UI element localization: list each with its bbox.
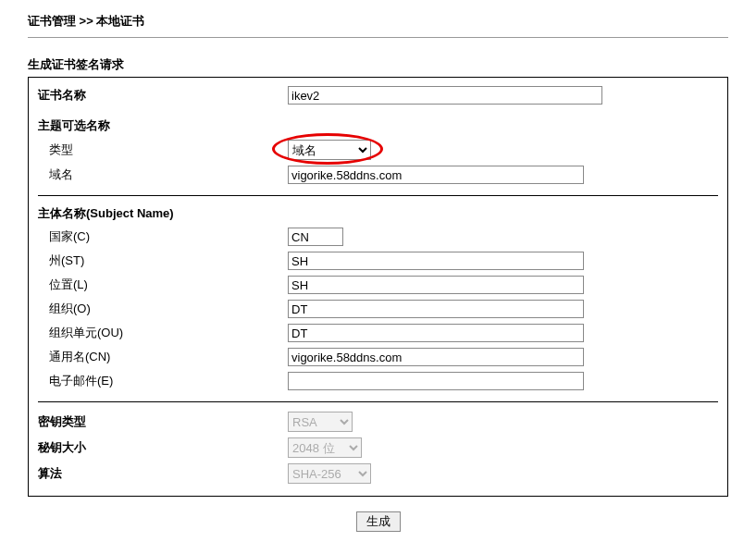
label-san-header: 主题可选名称: [36, 115, 720, 137]
label-cert-name: 证书名称: [36, 83, 286, 107]
san-type-select[interactable]: 域名: [288, 140, 371, 160]
common-name-input[interactable]: [288, 348, 584, 366]
label-key-type: 密钥类型: [36, 409, 286, 435]
label-country: 国家(C): [36, 225, 286, 249]
cert-name-input[interactable]: [288, 86, 602, 105]
label-san-domain: 域名: [36, 163, 286, 187]
label-subject-header: 主体名称(Subject Name): [36, 203, 720, 225]
key-type-select: RSA: [288, 412, 353, 432]
algorithm-select: SHA-256: [288, 463, 371, 484]
org-input[interactable]: [288, 300, 584, 318]
generate-button[interactable]: 生成: [356, 511, 401, 532]
label-san-type: 类型: [36, 137, 286, 163]
label-email: 电子邮件(E): [36, 369, 286, 393]
location-input[interactable]: [288, 276, 584, 294]
breadcrumb: 证书管理 >> 本地证书: [28, 9, 728, 37]
org-unit-input[interactable]: [288, 324, 584, 342]
label-state: 州(ST): [36, 249, 286, 273]
label-key-size: 秘钥大小: [36, 435, 286, 461]
key-size-select: 2048 位: [288, 437, 362, 458]
label-algorithm: 算法: [36, 461, 286, 486]
label-location: 位置(L): [36, 273, 286, 297]
state-input[interactable]: [288, 252, 584, 270]
csr-form-box: 证书名称 主题可选名称 类型 域名 域名 主体名称(Subject Name) …: [28, 77, 728, 497]
san-domain-input[interactable]: [288, 166, 584, 184]
divider-top: [28, 37, 728, 38]
email-input[interactable]: [288, 372, 584, 390]
label-org-unit: 组织单元(OU): [36, 321, 286, 345]
country-input[interactable]: [288, 228, 343, 246]
label-common-name: 通用名(CN): [36, 345, 286, 369]
label-org: 组织(O): [36, 297, 286, 321]
section-title: 生成证书签名请求: [28, 56, 728, 73]
